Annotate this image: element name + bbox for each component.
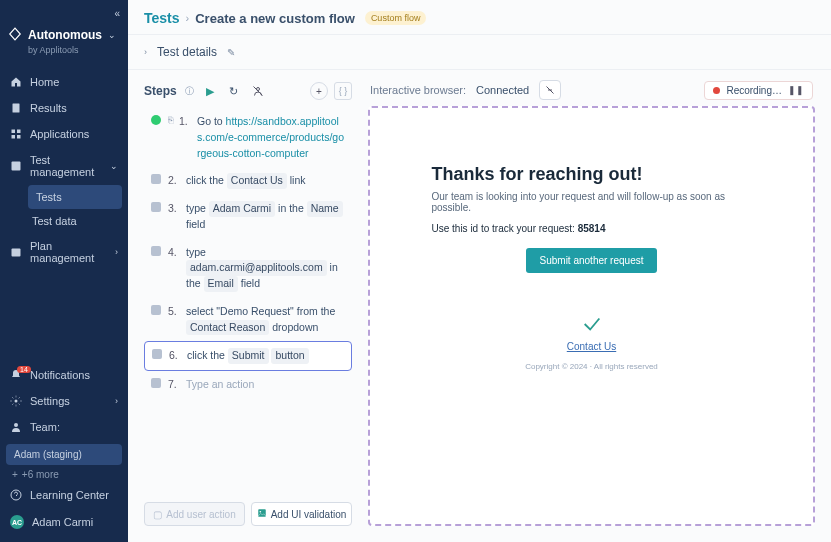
person-off-button[interactable] (250, 83, 266, 99)
record-icon (713, 87, 720, 94)
svg-point-8 (14, 423, 18, 427)
nav-label: Notifications (30, 369, 118, 381)
step-item-selected[interactable]: 6. click the Submit button (144, 341, 352, 371)
step-item-new[interactable]: 7. Type an action (144, 371, 352, 399)
nav-notifications[interactable]: 14 Notifications (0, 362, 128, 388)
main: Tests › Create a new custom flow Custom … (128, 0, 831, 542)
add-user-action-button: ▢ Add user action (144, 502, 245, 526)
step-text: Go to https://sandbox.applitools.com/e-c… (197, 114, 346, 161)
disconnect-button[interactable] (539, 80, 561, 100)
sidebar: « Autonomous ⌄ by Applitools Home (0, 0, 128, 542)
browser-status-value: Connected (476, 84, 529, 96)
step-number: 5. (168, 304, 180, 320)
sidebar-collapse-button[interactable]: « (8, 6, 120, 23)
add-circle-button[interactable]: + (310, 82, 328, 100)
nav-learning-center[interactable]: Learning Center (0, 482, 128, 508)
svg-point-7 (15, 400, 18, 403)
step-placeholder: Type an action (186, 377, 346, 393)
step-number: 6. (169, 348, 181, 364)
svg-rect-11 (258, 509, 266, 517)
nav-label: Results (30, 102, 118, 114)
browser-preview[interactable]: Thanks for reaching out! Our team is loo… (368, 106, 815, 526)
document-icon (10, 102, 22, 114)
step-number: 2. (168, 173, 180, 189)
flow-type-pill: Custom flow (365, 11, 427, 25)
step-item[interactable]: 3. type Adam Carmi in the Name field (144, 195, 352, 239)
step-text: click the Submit button (187, 348, 345, 364)
svg-rect-1 (12, 130, 16, 134)
nav-label: Plan management (30, 240, 107, 264)
chevron-right-icon: › (144, 47, 147, 57)
step-marker-icon (151, 378, 161, 388)
info-icon[interactable]: ⓘ (185, 85, 194, 98)
step-item[interactable]: 2. click the Contact Us link (144, 167, 352, 195)
submit-another-button[interactable]: Submit another request (526, 248, 658, 273)
link-icon: ⎘ (168, 114, 173, 128)
step-number: 4. (168, 245, 180, 261)
nav-applications[interactable]: Applications (0, 121, 128, 147)
step-item[interactable]: 5. select "Demo Request" from the Contac… (144, 298, 352, 342)
browser-status-label: Interactive browser: (370, 84, 466, 96)
browser-panel: Interactive browser: Connected Recording… (368, 80, 815, 526)
svg-rect-2 (17, 130, 21, 134)
refresh-button[interactable]: ↻ (226, 83, 242, 99)
svg-rect-3 (12, 135, 16, 139)
nav-plan-management[interactable]: Plan management › (0, 233, 128, 271)
plus-icon: + (12, 469, 18, 480)
steps-header: Steps ⓘ ▶ ↻ + { } (144, 80, 352, 106)
brackets-button[interactable]: { } (334, 82, 352, 100)
nav-tests[interactable]: Tests (28, 185, 122, 209)
nav-label: Tests (36, 191, 114, 203)
step-item[interactable]: ⎘ 1. Go to https://sandbox.applitools.co… (144, 108, 352, 167)
check-icon (151, 115, 161, 125)
preview-footer: Copyright © 2024 · All rights reserved (432, 362, 752, 371)
grid-icon (10, 128, 22, 140)
team-selected[interactable]: Adam (staging) (6, 444, 122, 465)
steps-panel: Steps ⓘ ▶ ↻ + { } ⎘ (144, 80, 352, 526)
edit-icon[interactable]: ✎ (227, 47, 235, 58)
team-more[interactable]: + +6 more (12, 469, 116, 480)
step-item[interactable]: 4. type adam.carmi@applitools.com in the… (144, 239, 352, 298)
gear-icon (10, 395, 22, 407)
breadcrumb-root[interactable]: Tests (144, 10, 180, 26)
step-marker-icon (151, 174, 161, 184)
nav-settings[interactable]: Settings › (0, 388, 128, 414)
svg-rect-5 (12, 162, 21, 171)
steps-actions: ▢ Add user action Add UI validation (144, 496, 352, 526)
add-ui-validation-button[interactable]: Add UI validation (251, 502, 352, 526)
browser-header: Interactive browser: Connected Recording… (368, 80, 815, 106)
nav-user[interactable]: AC Adam Carmi (0, 508, 128, 536)
nav-home[interactable]: Home (0, 69, 128, 95)
step-text: select "Demo Request" from the Contact R… (186, 304, 346, 336)
pause-icon[interactable]: ❚❚ (788, 85, 804, 95)
image-icon (257, 508, 267, 520)
user-name: Adam Carmi (32, 516, 118, 528)
test-details-row[interactable]: › Test details ✎ (128, 35, 831, 70)
user-icon (10, 421, 22, 433)
brand[interactable]: Autonomous ⌄ (8, 23, 120, 45)
nav-primary: Home Results Applications Test managemen… (0, 69, 128, 271)
steps-title: Steps (144, 84, 177, 98)
nav-test-data[interactable]: Test data (22, 209, 128, 233)
bell-icon: 14 (10, 369, 22, 381)
help-icon (10, 489, 22, 501)
step-marker-icon (152, 349, 162, 359)
play-button[interactable]: ▶ (202, 83, 218, 99)
brand-name: Autonomous (28, 28, 102, 42)
step-marker-icon (151, 305, 161, 315)
avatar: AC (10, 515, 24, 529)
nav-team[interactable]: Team: (0, 414, 128, 440)
nav-results[interactable]: Results (0, 95, 128, 121)
svg-rect-0 (13, 104, 20, 113)
nav-label: Team: (30, 421, 118, 433)
calendar-icon (10, 246, 22, 258)
recording-label: Recording… (726, 85, 782, 96)
brand-logo-icon (8, 27, 22, 43)
contact-us-link[interactable]: Contact Us (432, 341, 752, 352)
steps-list: ⎘ 1. Go to https://sandbox.applitools.co… (144, 106, 352, 496)
chevron-right-icon: › (186, 12, 190, 24)
nav-test-management[interactable]: Test management ⌄ (0, 147, 128, 185)
recording-indicator[interactable]: Recording… ❚❚ (704, 81, 813, 100)
step-text: type Adam Carmi in the Name field (186, 201, 346, 233)
breadcrumb: Tests › Create a new custom flow Custom … (144, 10, 815, 26)
